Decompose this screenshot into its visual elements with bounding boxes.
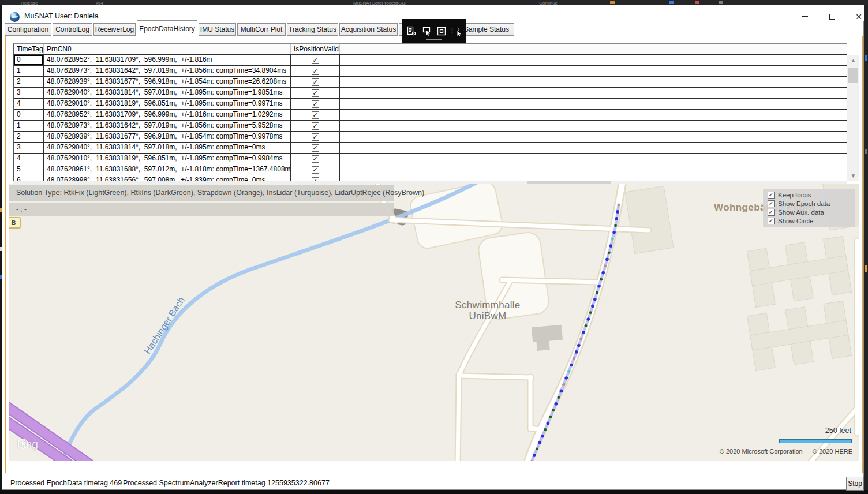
timetag-cell[interactable]: 2: [14, 77, 44, 87]
table-row[interactable]: 048.07628952°, 11.63831709°, 596.999m, +…: [14, 55, 847, 66]
timetag-cell[interactable]: 3: [14, 88, 44, 98]
tab-multicorr-plot[interactable]: MultiCorr Plot: [237, 23, 286, 36]
prncn0-cell[interactable]: 48.07629010°, 11.63831819°, 596.851m, +/…: [44, 99, 291, 109]
tab-receiverlog[interactable]: ReceiverLog: [93, 23, 136, 36]
table-row[interactable]: 248.07628939°, 11.63831677°, 596.918m, +…: [14, 77, 847, 88]
timetag-cell[interactable]: 1: [14, 121, 44, 131]
is-position-valid-checkbox[interactable]: ✓: [312, 68, 319, 75]
track-dot-darkgreen: [536, 447, 538, 450]
scroll-down-arrow-icon[interactable]: ▼: [847, 171, 859, 181]
is-position-valid-checkbox[interactable]: ✓: [312, 155, 319, 163]
table-row[interactable]: 448.07629010°, 11.63831819°, 596.851m, +…: [14, 154, 847, 164]
prncn0-cell[interactable]: 48.07628939°, 11.63831677°, 596.918m, +/…: [44, 132, 291, 142]
tab-label: ReceiverLog: [95, 25, 134, 33]
checkbox-label: Show Aux. data: [778, 209, 824, 216]
prncn0-cell[interactable]: 48.07628939°, 11.63831677°, 596.918m, +/…: [44, 77, 291, 87]
is-position-valid-checkbox[interactable]: ✓: [312, 122, 319, 130]
timetag-cell[interactable]: 0: [14, 55, 44, 65]
timetag-cell[interactable]: 3: [14, 143, 44, 153]
prncn0-cell[interactable]: 48.07629040°, 11.63831814°, 597.018m, +/…: [44, 143, 291, 153]
table-row[interactable]: 148.07628973°, 11.63831642°, 597.019m, +…: [14, 66, 847, 77]
timetag-cell[interactable]: 6: [14, 175, 44, 181]
table-row[interactable]: 248.07628939°, 11.63831677°, 596.918m, +…: [14, 132, 847, 143]
isvalid-cell: ✓: [291, 154, 340, 164]
is-position-valid-checkbox[interactable]: ✓: [312, 57, 319, 64]
stop-button[interactable]: Stop: [846, 477, 864, 491]
table-row[interactable]: 148.07628973°, 11.63831642°, 597.019m, +…: [14, 121, 847, 132]
tab-tracking-status[interactable]: Tracking Status: [287, 23, 338, 36]
minimize-button[interactable]: [795, 10, 814, 24]
is-position-valid-checkbox[interactable]: ✓: [312, 133, 319, 141]
prncn0-cell[interactable]: 48.07628952°, 11.63831709°, 596.999m, +/…: [44, 55, 291, 65]
background-text: Release: [21, 1, 38, 5]
background-fragment: [865, 149, 867, 154]
table-row[interactable]: 348.07629040°, 11.63831814°, 597.018m, +…: [14, 143, 847, 154]
timetag-cell[interactable]: 4: [14, 99, 44, 109]
column-header-timetag[interactable]: TimeTag: [14, 44, 44, 54]
track-dot-rosybrown: [562, 383, 565, 386]
track-dot-darkgreen: [596, 291, 598, 294]
is-position-valid-checkbox[interactable]: ✓: [312, 100, 319, 108]
prncn0-cell[interactable]: 48.07628952°, 11.63831709°, 596.999m, +/…: [44, 110, 291, 120]
road-shield: B: [9, 217, 21, 229]
grid-vertical-scrollbar[interactable]: ▲ ▼: [847, 55, 859, 181]
background-app-strip: Release x64 MuSNATCoreProcessGUI Continu…: [0, 0, 868, 5]
map-option-keep-focus[interactable]: ✓Keep focus: [768, 190, 855, 199]
tab-configuration[interactable]: Configuration: [5, 23, 51, 36]
tab-controllog[interactable]: ControlLog: [53, 23, 92, 36]
prncn0-cell[interactable]: 48.07629040°, 11.63831814°, 597.018m, +/…: [44, 88, 291, 98]
tab-label: Configuration: [8, 25, 48, 33]
scrollbar-thumb[interactable]: [848, 68, 858, 83]
is-position-valid-checkbox[interactable]: ✓: [312, 89, 319, 97]
table-row[interactable]: 448.07629010°, 11.63831819°, 596.851m, +…: [14, 99, 847, 110]
report-settings-icon[interactable]: [406, 25, 417, 37]
is-position-valid-checkbox[interactable]: ✓: [312, 166, 319, 174]
map-option-show-aux-data[interactable]: ✓Show Aux. data: [768, 208, 855, 216]
timetag-cell[interactable]: 1: [14, 66, 44, 76]
map-status-readout: - : -: [9, 203, 394, 216]
map-option-show-epoch-data[interactable]: ✓Show Epoch data: [768, 199, 855, 208]
table-row[interactable]: 548.07628961°, 11.63831688°, 597.012m, +…: [14, 164, 847, 175]
table-row[interactable]: 648.07628998°, 11.63831656°, 597.008m, +…: [14, 175, 847, 181]
region-select-icon[interactable]: [436, 25, 447, 37]
tab-epochdatahistory[interactable]: EpochDataHistory: [137, 20, 197, 36]
is-position-valid-checkbox[interactable]: ✓: [312, 111, 319, 119]
close-button[interactable]: ✕: [849, 10, 868, 24]
checkbox[interactable]: ✓: [768, 200, 775, 207]
checkbox[interactable]: ✓: [768, 192, 775, 199]
column-header-prncn0[interactable]: PrnCN0: [44, 44, 291, 54]
epoch-data-grid[interactable]: TimeTag PrnCN0 IsPositionValid 048.07628…: [13, 43, 847, 181]
map-option-show-circle[interactable]: ✓Show Circle: [768, 216, 855, 225]
table-row[interactable]: 348.07629040°, 11.63831814°, 597.018m, +…: [14, 88, 847, 99]
timetag-cell[interactable]: 5: [14, 164, 44, 175]
timetag-cell[interactable]: 2: [14, 132, 44, 142]
table-row[interactable]: 048.07628952°, 11.63831709°, 596.999m, +…: [14, 110, 847, 121]
is-position-valid-checkbox[interactable]: ✓: [312, 78, 319, 86]
prncn0-cell[interactable]: 48.07628998°, 11.63831656°, 597.008m, +/…: [44, 175, 291, 181]
toolbar-drag-handle[interactable]: [426, 39, 442, 40]
track-dot-blue: [575, 350, 578, 354]
grid-header: TimeTag PrnCN0 IsPositionValid: [14, 44, 847, 55]
checkbox[interactable]: ✓: [768, 218, 775, 224]
column-header-ispositionvalid[interactable]: IsPositionValid: [291, 44, 340, 54]
scroll-up-arrow-icon[interactable]: ▲: [847, 55, 859, 65]
maximize-button[interactable]: [822, 10, 842, 24]
timetag-cell[interactable]: 4: [14, 154, 44, 164]
window-title: MuSNAT User: Daniela: [24, 12, 99, 20]
tab-imu-status[interactable]: IMU Status: [199, 23, 236, 36]
rubber-band-select-icon[interactable]: [451, 25, 462, 37]
titlebar[interactable]: MuSNAT User: Daniela ✕: [2, 5, 864, 21]
tab-acquisition-status[interactable]: Acquisition Status: [339, 23, 398, 36]
scrollbar-thumb[interactable]: [527, 181, 611, 184]
prncn0-cell[interactable]: 48.07628973°, 11.63831642°, 597.019m, +/…: [44, 66, 291, 76]
pointer-select-icon[interactable]: [421, 25, 432, 37]
timetag-cell[interactable]: 0: [14, 110, 44, 120]
prncn0-cell[interactable]: 48.07628973°, 11.63831642°, 597.019m, +/…: [44, 121, 291, 131]
bing-logo[interactable]: bing: [17, 438, 38, 451]
checkbox[interactable]: ✓: [768, 209, 775, 216]
prncn0-cell[interactable]: 48.07629010°, 11.63831819°, 596.851m, +/…: [44, 154, 291, 164]
prncn0-cell[interactable]: 48.07628961°, 11.63831688°, 597.012m, +/…: [44, 164, 291, 175]
is-position-valid-checkbox[interactable]: ✓: [312, 144, 319, 152]
empty-cell: [340, 110, 847, 120]
map-canvas[interactable]: Wohngebäude Flight Schwimmhalle UniBwM H…: [9, 184, 859, 461]
